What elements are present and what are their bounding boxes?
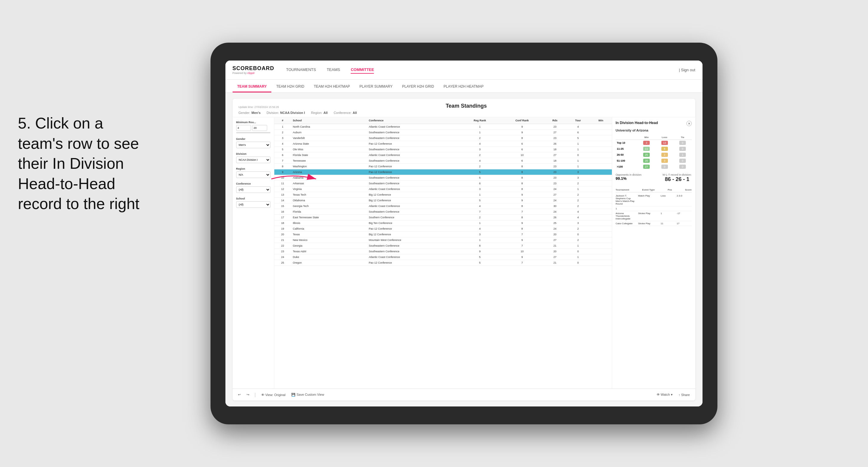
h2h-table: Win Loss Tie Top 10 3 13 0 11-25 11 8 0 … [616,135,692,170]
share-button[interactable]: ↑ Share [677,392,692,398]
table-row[interactable]: 18 Illinois Big Ten Conference 1 9 25 3 [274,220,612,226]
table-row[interactable]: 23 Texas A&M Southeastern Conference 9 1… [274,249,612,254]
region-label: Region: [311,111,322,115]
logo-title: SCOREBOARD [232,65,274,71]
gender-label: Gender: [239,111,250,115]
table-row[interactable]: 1 North Carolina Atlantic Coast Conferen… [274,124,612,130]
table-row[interactable]: 11 Arkansas Southeastern Conference 6 8 … [274,181,612,186]
card-body: Minimum Rou... Gender Men's [232,117,695,388]
table-row[interactable]: 3 Vanderbilt Southeastern Conference 2 8… [274,135,612,141]
col-school: School [291,117,367,124]
tournament-row: Cabo CollegiateStroke Play1117 [616,221,692,226]
logo-brand: clippd [247,71,255,74]
conference-select[interactable]: (All) [236,186,271,193]
table-row[interactable]: 15 Georgia Tech Atlantic Coast Conferenc… [274,204,612,209]
h2h-row: 51-100 20 3 0 [616,158,692,164]
opponents-pct-value: 99.1% [616,176,642,181]
table-row[interactable]: 13 Texas Tech Big 12 Conference 1 9 27 2 [274,192,612,198]
close-button[interactable]: ✕ [686,121,692,126]
redo-button[interactable]: ↪ [245,392,251,398]
tournament-row: Jackson T. Stephens Cup Men's Match-Play… [616,193,692,206]
h2h-team-name: University of Arizona [616,128,692,132]
table-row[interactable]: 4 Arizona State Pac-12 Conference 4 6 26… [274,141,612,147]
table-row[interactable]: 12 Virginia Atlantic Coast Conference 3 … [274,186,612,192]
right-panel: In Division Head-to-Head ✕ University of… [612,117,695,388]
col-conf-rank: Conf Rank [500,117,544,124]
nav-tournaments[interactable]: TOURNAMENTS [286,66,316,74]
min-rounds-input2[interactable] [252,125,267,131]
table-row[interactable]: 17 East Tennessee State Southern Confere… [274,215,612,220]
save-custom-button[interactable]: 💾 Save Custom View [289,392,326,398]
undo-button[interactable]: ↩ [236,392,242,398]
conference-value: All [353,111,357,115]
table-row[interactable]: 2 Auburn Southeastern Conference 1 9 27 … [274,130,612,135]
division-label: Division: [267,111,279,115]
table-row[interactable]: 14 Oklahoma Big 12 Conference 5 9 24 2 [274,198,612,204]
h2h-row: Top 10 3 13 0 [616,140,692,146]
col-tournament: Tournament [616,188,629,191]
view-original-button[interactable]: 👁 View: Original [259,392,287,398]
sub-nav-team-h2h-grid[interactable]: TEAM H2H GRID [271,82,309,92]
table-row[interactable]: 21 New Mexico Mountain West Conference 1… [274,238,612,243]
nav-committee[interactable]: COMMITTEE [351,66,374,74]
card-header: Update time: 27/03/2024 15:56:26 Team St… [232,99,695,117]
top-nav: SCOREBOARD Powered by clippd TOURNAMENTS… [225,61,703,80]
record-value: 86 - 26 - 1 [662,176,692,183]
bottom-toolbar: ↩ ↪ | 👁 View: Original 💾 Save Custom Vie… [232,388,695,401]
tablet-screen: SCOREBOARD Powered by clippd TOURNAMENTS… [225,61,703,406]
division-control-label: Division [236,152,271,155]
table-row[interactable]: 16 Florida Southeastern Conference 7 7 2… [274,209,612,215]
min-rounds-input1[interactable] [236,125,251,131]
col-score: Score [685,188,691,191]
sub-nav-player-h2h-grid[interactable]: PLAYER H2H GRID [397,82,439,92]
table-row[interactable]: 22 Georgia Southeastern Conference 8 7 2… [274,243,612,249]
table-row[interactable]: 7 Tennessee Southeastern Conference 4 6 … [274,158,612,164]
h2h-row: >100 27 0 0 [616,164,692,170]
table-row[interactable]: 20 Texas Big 12 Conference 3 7 20 0 [274,232,612,238]
table-row[interactable]: 6 Florida State Atlantic Coast Conferenc… [274,152,612,158]
standings-table: # School Conference Reg Rank Conf Rank R… [274,117,612,266]
sub-nav-player-h2h-heatmap[interactable]: PLAYER H2H HEATMAP [439,82,488,92]
logo-sub: Powered by clippd [232,71,274,74]
nav-teams[interactable]: TEAMS [327,66,340,74]
conference-label: Conference: [334,111,351,115]
table-row[interactable]: 10 Alabama Southeastern Conference 5 8 2… [274,175,612,181]
gender-select[interactable]: Men's [236,142,271,148]
conference-control-label: Conference [236,182,271,185]
watch-button[interactable]: 👁 Watch ▾ [655,392,675,398]
school-select[interactable]: (All) [236,201,271,208]
sub-nav-team-summary[interactable]: TEAM SUMMARY [232,82,272,92]
sub-nav-team-h2h-heatmap[interactable]: TEAM H2H HEATMAP [309,82,354,92]
sign-out[interactable]: | Sign out [679,68,695,72]
division-value: NCAA Division I [280,111,305,115]
gender-value: Men's [251,111,260,115]
main-content: Update time: 27/03/2024 15:56:26 Team St… [225,93,703,406]
col-tour: Tour [566,117,590,124]
page-wrapper: 5. Click on a team's row to see their In… [0,0,868,467]
table-row[interactable]: 25 Oregon Pac-12 Conference 5 7 21 0 [274,260,612,266]
col-event-type: Event Type [642,188,655,191]
table-row[interactable]: 9 Arizona Pac-12 Conference 5 8 23 3 [274,169,612,175]
school-control-label: School [236,197,271,200]
table-row[interactable]: 8 Washington Pac-12 Conference 2 8 23 1 [274,164,612,169]
table-row[interactable]: 5 Ole Miss Southeastern Conference 3 6 1… [274,147,612,152]
left-controls: Minimum Rou... Gender Men's [232,117,274,388]
sub-nav: TEAM SUMMARY TEAM H2H GRID TEAM H2H HEAT… [225,80,703,93]
opponents-pct-label: Opponents in division: [616,173,642,176]
col-rds: Rds [544,117,566,124]
col-conference: Conference [367,117,460,124]
col-rank: # [274,117,291,124]
tournament-row: 1 [616,206,692,211]
table-row[interactable]: 19 California Pac-12 Conference 4 8 24 2 [274,226,612,232]
top-nav-items: TOURNAMENTS TEAMS COMMITTEE [286,66,679,74]
division-select[interactable]: NCAA Division I [236,157,271,163]
gender-control-label: Gender [236,137,271,141]
tournament-section: Tournament Event Type Pos Score Jackson … [616,188,692,226]
min-rounds-label: Minimum Rou... [236,121,271,124]
region-value: All [323,111,328,115]
table-row[interactable]: 24 Duke Atlantic Coast Conference 5 9 27… [274,254,612,260]
col-reg-rank: Reg Rank [460,117,500,124]
region-select[interactable]: N/A [236,172,271,178]
tablet-frame: SCOREBOARD Powered by clippd TOURNAMENTS… [211,43,717,424]
sub-nav-player-summary[interactable]: PLAYER SUMMARY [355,82,398,92]
